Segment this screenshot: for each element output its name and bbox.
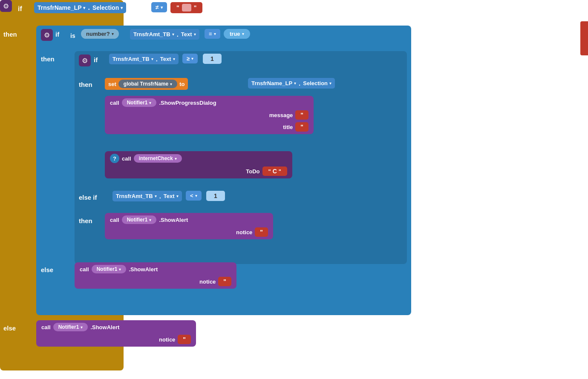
eq-arrow[interactable]: ▾	[214, 32, 216, 36]
notice-row-1: notice "	[110, 227, 268, 237]
trnsframt-tb-token-3[interactable]: TrnsfrAmt_TB ▾ . Text ▾	[112, 191, 182, 201]
text-arrow-2[interactable]: ▾	[173, 57, 175, 61]
trnsframt-tb-token-1[interactable]: TrnsfrAmt_TB ▾ . Text ▾	[130, 29, 199, 40]
then-label-2: then	[41, 55, 55, 63]
number-token[interactable]: number? ▾	[81, 29, 119, 39]
dropdown-arrow-1[interactable]: ▾	[83, 6, 85, 10]
set-block[interactable]: set global TrnsfrName ▾ to	[105, 78, 188, 90]
call-row-alert-2: call Notifier1 ▾ .ShowAlert	[80, 265, 231, 273]
geq-label: ≥	[187, 55, 190, 62]
trnsfrname-lp-label: TrnsfrName_LP	[37, 4, 81, 11]
trnsfrname-lp-label-2: TrnsfrName_LP	[251, 80, 292, 86]
internet-check-arrow[interactable]: ▾	[175, 156, 177, 161]
set-label: set	[108, 81, 116, 87]
to-label: to	[179, 81, 184, 87]
msg-quote: "	[300, 112, 303, 118]
quote-inner-box	[182, 4, 191, 11]
internet-check-token[interactable]: internetCheck ▾	[134, 154, 182, 163]
gear-icon-outer: ⚙	[0, 0, 12, 12]
eq-operator[interactable]: = ▾	[205, 29, 220, 39]
gear-icon-inner: ⚙	[41, 29, 53, 41]
trnsframt-tb-token-2[interactable]: TrnsfrAmt_TB ▾ . Text ▾	[109, 54, 179, 64]
call-label-4: call	[80, 266, 89, 273]
message-row: message "	[110, 110, 308, 120]
val-1-token-a: 1	[203, 54, 222, 64]
c-quote-token: " C "	[262, 167, 287, 176]
if-label-2: if	[55, 31, 59, 38]
notifier1-label-3: Notifier1	[97, 266, 118, 272]
notice-quote-token-1: "	[255, 227, 268, 237]
true-token[interactable]: true ▾	[224, 29, 250, 39]
if-label: if	[18, 5, 22, 13]
message-quote-token: "	[295, 110, 308, 120]
geq-arrow[interactable]: ▾	[191, 56, 193, 61]
trnsframt-arrow-3[interactable]: ▾	[155, 194, 157, 198]
show-alert-block-3: call Notifier1 ▾ .ShowAlert notice "	[36, 320, 196, 347]
selection-arrow-2[interactable]: ▾	[329, 81, 331, 86]
trnsframt-tb-label-1: TrnsfrAmt_TB	[133, 31, 170, 37]
then-label-elseif: then	[79, 217, 92, 224]
lt-operator[interactable]: < ▾	[186, 191, 202, 201]
trnsframt-arrow-1[interactable]: ▾	[172, 32, 174, 37]
call-label-5: call	[41, 324, 51, 330]
notifier1-token-2[interactable]: Notifier1 ▾	[122, 215, 157, 224]
trnsframt-arrow-2[interactable]: ▾	[151, 57, 153, 61]
gear-icon-3: ⚙	[79, 55, 91, 66]
dot-sep-1: .	[88, 4, 89, 11]
notifier1-label-2: Notifier1	[127, 217, 148, 223]
notifier1-label-1: Notifier1	[127, 100, 148, 106]
text-arrow-3[interactable]: ▾	[176, 194, 179, 198]
true-arrow[interactable]: ▾	[242, 32, 244, 36]
quote-token-top: " "	[170, 2, 202, 13]
call-row-alert-1: call Notifier1 ▾ .ShowAlert	[110, 215, 268, 224]
dropdown-arrow-2[interactable]: ▾	[121, 6, 123, 10]
true-label: true	[230, 31, 240, 37]
text-label-3: Text	[164, 193, 175, 199]
c-val-label: C	[273, 168, 277, 175]
neq-arrow[interactable]: ▾	[161, 5, 163, 10]
val-1-label-a: 1	[210, 55, 214, 62]
notifier1-token-3[interactable]: Notifier1 ▾	[92, 265, 127, 273]
geq-operator[interactable]: ≥ ▾	[182, 54, 198, 63]
notice-row-3: notice "	[41, 335, 191, 344]
quote-open-1: "	[176, 4, 179, 11]
c-quote-close: "	[279, 168, 281, 175]
trnsfrname-lp-token-top[interactable]: TrnsfrName_LP ▾ . Selection ▾	[34, 2, 126, 13]
todo-label: ToDo	[246, 168, 259, 175]
notifier1-arrow-1[interactable]: ▾	[149, 100, 151, 105]
call-row-internet: ? call internetCheck ▾	[110, 154, 287, 163]
question-mark: ?	[113, 155, 116, 162]
trnsframt-tb-label-2: TrnsfrAmt_TB	[112, 56, 150, 62]
text-arrow-1[interactable]: ▾	[194, 32, 196, 37]
show-alert-label-3: .ShowAlert	[90, 324, 119, 330]
c-quote-open: "	[268, 168, 271, 175]
global-trnsfrname-arrow[interactable]: ▾	[170, 82, 172, 86]
global-trnsfrname-token[interactable]: global TrnsfrName ▾	[118, 80, 177, 88]
title-row: title "	[110, 122, 308, 132]
dot-2: .	[177, 31, 179, 38]
else-label-inner: else	[41, 266, 53, 273]
notifier1-arrow-3[interactable]: ▾	[119, 267, 121, 272]
trnsframt-tb-label-3: TrnsfrAmt_TB	[116, 193, 153, 199]
show-alert-block-1: call Notifier1 ▾ .ShowAlert notice "	[105, 213, 273, 239]
number-label: number?	[86, 31, 110, 37]
title-quote: "	[300, 123, 303, 130]
dot-4: .	[299, 80, 300, 87]
lt-arrow[interactable]: ▾	[195, 193, 197, 198]
notice-row-2: notice "	[80, 277, 231, 286]
number-arrow[interactable]: ▾	[112, 32, 114, 36]
trnsfrname-lp-arrow-2[interactable]: ▾	[294, 81, 296, 86]
then-label-3: then	[79, 81, 92, 88]
notifier1-arrow-4[interactable]: ▾	[81, 325, 83, 330]
else-if-label: else if	[79, 194, 97, 201]
notifier1-arrow-2[interactable]: ▾	[149, 218, 151, 222]
call-row-alert-3: call Notifier1 ▾ .ShowAlert	[41, 323, 191, 331]
trnsfrname-lp-token-2[interactable]: TrnsfrName_LP ▾ . Selection ▾	[248, 78, 335, 89]
call-row-progress: call Notifier1 ▾ .ShowProgressDialog	[110, 98, 308, 107]
message-label: message	[269, 112, 293, 118]
notifier1-token-4[interactable]: Notifier1 ▾	[53, 323, 88, 331]
neq-operator[interactable]: ≠ ▾	[151, 2, 167, 12]
notifier1-token-1[interactable]: Notifier1 ▾	[122, 98, 157, 107]
red-edge-bar	[580, 21, 588, 55]
neq-label: ≠	[156, 4, 159, 11]
